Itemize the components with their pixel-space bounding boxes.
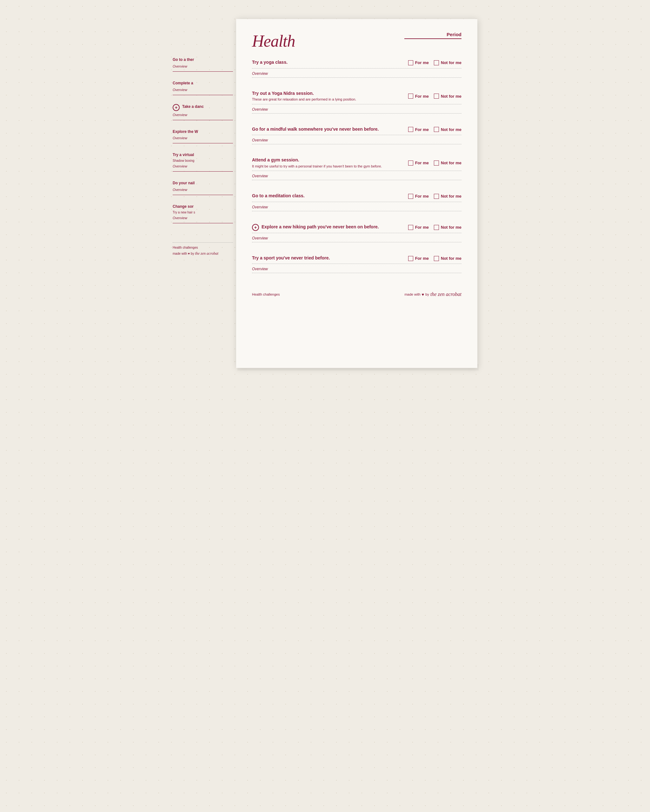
heart-icon: ♥ bbox=[422, 292, 424, 297]
activity-divider bbox=[252, 150, 462, 154]
checkbox-not-for-me[interactable] bbox=[434, 160, 439, 166]
sidebar-item-title: Go to a ther bbox=[173, 57, 233, 63]
activity-subtitle: It might be useful to try with a persona… bbox=[252, 164, 402, 169]
checkbox-not-for-me[interactable] bbox=[434, 93, 439, 99]
checkbox-not-for-me[interactable] bbox=[434, 127, 439, 132]
activity-main: Try a yoga class. For me Not for me bbox=[252, 57, 462, 69]
activity-row: Go for a mindful walk somewhere you've n… bbox=[252, 124, 462, 147]
checkbox-for-me[interactable] bbox=[408, 60, 413, 65]
overview-label: Overview bbox=[252, 174, 268, 178]
sidebar-item: Change sor Try a new hair s Overview bbox=[173, 204, 233, 223]
checkbox-group-not-for-me[interactable]: Not for me bbox=[434, 256, 462, 261]
checkbox-group-for-me[interactable]: For me bbox=[408, 127, 429, 132]
for-me-label: For me bbox=[415, 256, 429, 261]
sidebar-item: Do your nail Overview bbox=[173, 180, 233, 195]
activity-row: Go to a meditation class. For me Not for… bbox=[252, 190, 462, 214]
overview-label: Overview bbox=[252, 71, 268, 76]
footer-brand: the zen acrobat bbox=[430, 292, 462, 297]
activity-divider bbox=[252, 247, 462, 252]
checkbox-not-for-me[interactable] bbox=[434, 225, 439, 230]
checkbox-group-for-me[interactable]: For me bbox=[408, 194, 429, 199]
checkbox-for-me[interactable] bbox=[408, 93, 413, 99]
checkbox-group-for-me[interactable]: For me bbox=[408, 160, 429, 166]
activity-icon: + bbox=[252, 224, 259, 231]
activity-title: Try a sport you've never tried before. bbox=[252, 255, 402, 261]
not-for-me-label: Not for me bbox=[441, 160, 462, 165]
activity-main: Go to a meditation class. For me Not for… bbox=[252, 190, 462, 202]
sidebar-item-overview: Overview bbox=[173, 216, 233, 220]
checkbox-not-for-me[interactable] bbox=[434, 60, 439, 65]
activity-main: Go for a mindful walk somewhere you've n… bbox=[252, 124, 462, 136]
activity-overview-row: Overview bbox=[252, 104, 462, 114]
activity-title: Go for a mindful walk somewhere you've n… bbox=[252, 126, 402, 133]
not-for-me-label: Not for me bbox=[441, 194, 462, 198]
activity-row: Attend a gym session. It might be useful… bbox=[252, 154, 462, 183]
for-me-label: For me bbox=[415, 127, 429, 132]
activity-controls: For me Not for me bbox=[408, 194, 462, 199]
sidebar-item: Try a virtual Shadow boxing Overview bbox=[173, 152, 233, 172]
overview-label: Overview bbox=[252, 205, 268, 209]
overview-label: Overview bbox=[252, 138, 268, 142]
checkbox-for-me[interactable] bbox=[408, 225, 413, 230]
sidebar-item-subtitle: Try a new hair s bbox=[173, 211, 233, 214]
checkbox-for-me[interactable] bbox=[408, 160, 413, 166]
activity-controls: For me Not for me bbox=[408, 256, 462, 261]
checkbox-group-not-for-me[interactable]: Not for me bbox=[434, 160, 462, 166]
checkbox-for-me[interactable] bbox=[408, 127, 413, 132]
activity-row: Try a yoga class. For me Not for me Over… bbox=[252, 57, 462, 80]
page-behind bbox=[237, 364, 479, 371]
activity-controls: For me Not for me bbox=[408, 225, 462, 230]
sidebar-item-title: Take a danc bbox=[182, 104, 204, 110]
sidebar-footer-brand: made with ♥ by the zen acrobat bbox=[173, 251, 233, 256]
sidebar-item-overview: Overview bbox=[173, 113, 233, 117]
checkbox-group-not-for-me[interactable]: Not for me bbox=[434, 60, 462, 65]
activity-title: Explore a new hiking path you've never b… bbox=[262, 224, 379, 230]
doc-header: Health Period bbox=[252, 32, 462, 50]
activity-divider bbox=[252, 185, 462, 190]
activity-controls: For me Not for me bbox=[408, 60, 462, 65]
checkbox-group-not-for-me[interactable]: Not for me bbox=[434, 194, 462, 199]
sidebar-item-title: Complete a bbox=[173, 81, 233, 86]
for-me-label: For me bbox=[415, 225, 429, 230]
not-for-me-label: Not for me bbox=[441, 127, 462, 132]
not-for-me-label: Not for me bbox=[441, 94, 462, 99]
doc-title: Health bbox=[252, 32, 295, 50]
activity-overview-row: Overview bbox=[252, 264, 462, 273]
footer-by: by bbox=[425, 292, 429, 296]
checkbox-group-for-me[interactable]: For me bbox=[408, 225, 429, 230]
sidebar-item: Go to a ther Overview bbox=[173, 57, 233, 72]
activity-main: Attend a gym session. It might be useful… bbox=[252, 154, 462, 171]
activity-controls: For me Not for me bbox=[408, 160, 462, 166]
activity-overview-row: Overview bbox=[252, 233, 462, 242]
sidebar-item: + Take a danc Overview bbox=[173, 104, 233, 120]
checkbox-for-me[interactable] bbox=[408, 256, 413, 261]
checkbox-group-not-for-me[interactable]: Not for me bbox=[434, 127, 462, 132]
not-for-me-label: Not for me bbox=[441, 60, 462, 65]
sidebar-item: Explore the W Overview bbox=[173, 129, 233, 144]
checkbox-group-for-me[interactable]: For me bbox=[408, 60, 429, 65]
sidebar-item-overview: Overview bbox=[173, 64, 233, 68]
checkbox-group-not-for-me[interactable]: Not for me bbox=[434, 93, 462, 99]
activity-left: Go for a mindful walk somewhere you've n… bbox=[252, 126, 408, 133]
footer-right: made with ♥ by the zen acrobat bbox=[404, 292, 462, 297]
overview-label: Overview bbox=[252, 236, 268, 240]
doc-footer: Health challenges made with ♥ by the zen… bbox=[252, 288, 462, 297]
checkbox-not-for-me[interactable] bbox=[434, 194, 439, 199]
footer-left-label: Health challenges bbox=[252, 292, 280, 296]
sidebar-item: Complete a Overview bbox=[173, 81, 233, 95]
activity-controls: For me Not for me bbox=[408, 127, 462, 132]
not-for-me-label: Not for me bbox=[441, 256, 462, 261]
sidebar-item-title: Explore the W bbox=[173, 129, 233, 134]
activity-row: Try a sport you've never tried before. F… bbox=[252, 252, 462, 276]
checkbox-group-for-me[interactable]: For me bbox=[408, 256, 429, 261]
checkbox-group-not-for-me[interactable]: Not for me bbox=[434, 225, 462, 230]
activity-title: Try a yoga class. bbox=[252, 59, 402, 66]
activity-divider bbox=[252, 216, 462, 221]
activity-controls: For me Not for me bbox=[408, 93, 462, 99]
activity-divider bbox=[252, 83, 462, 88]
period-label: Period bbox=[404, 32, 462, 39]
checkbox-for-me[interactable] bbox=[408, 194, 413, 199]
activity-overview-row: Overview bbox=[252, 135, 462, 144]
checkbox-not-for-me[interactable] bbox=[434, 256, 439, 261]
checkbox-group-for-me[interactable]: For me bbox=[408, 93, 429, 99]
